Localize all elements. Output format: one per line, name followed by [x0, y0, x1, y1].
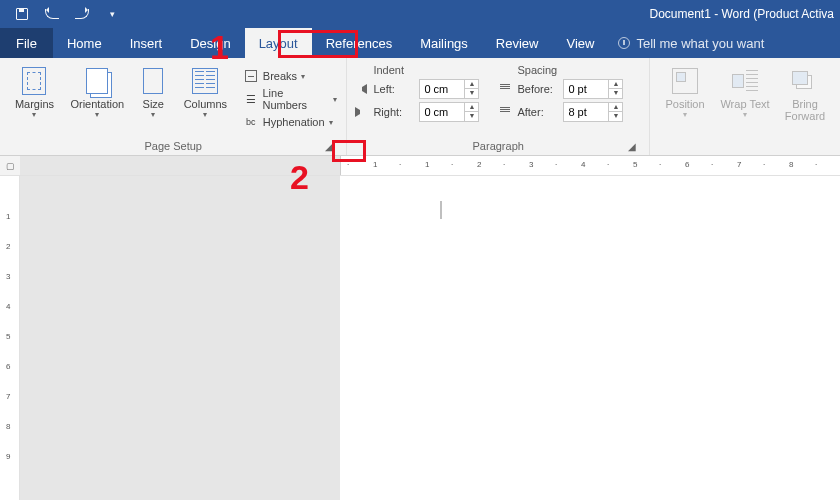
workspace: 123456789 [0, 176, 840, 500]
indent-right-input[interactable] [420, 106, 464, 118]
save-icon[interactable] [14, 6, 30, 22]
title-bar: ▾ Document1 - Word (Product Activa [0, 0, 840, 28]
orientation-button[interactable]: Orientation [65, 62, 130, 119]
margins-label: Margins [6, 98, 63, 110]
group-paragraph: Indent Left: ▲▼ Right: ▲▼ [347, 58, 650, 155]
line-numbers-button[interactable]: ☰ Line Numbers ▾ [240, 89, 341, 109]
spacing-header: Spacing [497, 64, 623, 76]
spacing-before-input[interactable] [564, 83, 608, 95]
spacing-before-icon [497, 81, 513, 97]
ruler-corner: ▢ [0, 156, 20, 175]
tab-home[interactable]: Home [53, 28, 116, 58]
spin-up-icon[interactable]: ▲ [608, 103, 622, 112]
spin-down-icon[interactable]: ▼ [464, 112, 478, 121]
wrap-text-label: Wrap Text [716, 98, 774, 110]
tab-review[interactable]: Review [482, 28, 553, 58]
group-page-setup: Margins Orientation Size Columns [0, 58, 347, 155]
margins-button[interactable]: Margins [6, 62, 63, 119]
indent-left-spinner[interactable]: ▲▼ [419, 79, 479, 99]
page-setup-dialog-launcher[interactable]: ◢ [322, 139, 336, 153]
indent-left-label: Left: [373, 83, 415, 95]
spin-down-icon[interactable]: ▼ [464, 89, 478, 98]
document-page[interactable] [340, 176, 840, 500]
wrap-text-icon [732, 68, 758, 94]
tab-mailings[interactable]: Mailings [406, 28, 482, 58]
line-numbers-label: Line Numbers [262, 87, 329, 111]
columns-icon [192, 68, 218, 94]
spacing-after-label: After: [517, 106, 559, 118]
indent-left-field: Left: ▲▼ [353, 79, 479, 99]
tab-view[interactable]: View [552, 28, 608, 58]
position-label: Position [656, 98, 714, 110]
size-icon [143, 68, 163, 94]
size-label: Size [132, 98, 175, 110]
indent-left-icon [353, 81, 369, 97]
breaks-label: Breaks [263, 70, 297, 82]
paragraph-title: Paragraph [473, 140, 524, 152]
spacing-after-icon [497, 104, 513, 120]
indent-right-field: Right: ▲▼ [353, 102, 479, 122]
tell-me-search[interactable]: Tell me what you want [608, 28, 764, 58]
lightbulb-icon [618, 37, 630, 49]
spin-up-icon[interactable]: ▲ [608, 80, 622, 89]
spacing-after-field: After: ▲▼ [497, 102, 623, 122]
indent-left-input[interactable] [420, 83, 464, 95]
position-icon [672, 68, 698, 94]
tab-references[interactable]: References [312, 28, 406, 58]
tell-me-label: Tell me what you want [636, 36, 764, 51]
spacing-after-spinner[interactable]: ▲▼ [563, 102, 623, 122]
tab-design[interactable]: Design [176, 28, 244, 58]
spacing-before-label: Before: [517, 83, 559, 95]
bring-forward-button: Bring Forward [776, 62, 834, 122]
ruler-inactive [20, 156, 340, 175]
spacing-before-field: Before: ▲▼ [497, 79, 623, 99]
indent-right-icon [353, 104, 369, 120]
spacing-after-input[interactable] [564, 106, 608, 118]
page-setup-title: Page Setup [144, 140, 202, 152]
margins-icon [22, 67, 46, 95]
position-button: Position [656, 62, 714, 119]
redo-icon[interactable] [74, 6, 90, 22]
ribbon: Margins Orientation Size Columns [0, 58, 840, 156]
window-title: Document1 - Word (Product Activa [120, 7, 840, 21]
spin-down-icon[interactable]: ▼ [608, 89, 622, 98]
indent-right-spinner[interactable]: ▲▼ [419, 102, 479, 122]
spin-down-icon[interactable]: ▼ [608, 112, 622, 121]
columns-label: Columns [177, 98, 234, 110]
spin-up-icon[interactable]: ▲ [464, 103, 478, 112]
spin-up-icon[interactable]: ▲ [464, 80, 478, 89]
indent-header: Indent [353, 64, 479, 76]
hyphenation-icon: bc [243, 114, 259, 130]
hyphenation-label: Hyphenation [263, 116, 325, 128]
bring-forward-icon [792, 71, 818, 91]
orientation-label: Orientation [65, 98, 130, 110]
bring-forward-label: Bring Forward [776, 98, 834, 122]
ruler-area: ▢ ·1·1·2·3·4·5·6·7·8·9 [0, 156, 840, 176]
undo-icon[interactable] [44, 6, 60, 22]
quick-access-toolbar: ▾ [0, 6, 120, 22]
wrap-text-button: Wrap Text [716, 62, 774, 119]
tab-insert[interactable]: Insert [116, 28, 177, 58]
tab-layout[interactable]: Layout [245, 28, 312, 58]
text-cursor [440, 201, 442, 219]
orientation-icon [86, 68, 108, 94]
ribbon-tabs: File Home Insert Design Layout Reference… [0, 28, 840, 58]
document-gray-area [20, 176, 340, 500]
qat-customize-icon[interactable]: ▾ [104, 6, 120, 22]
paragraph-dialog-launcher[interactable]: ◢ [625, 139, 639, 153]
hyphenation-button[interactable]: bc Hyphenation ▾ [240, 112, 341, 132]
horizontal-ruler[interactable]: ·1·1·2·3·4·5·6·7·8·9 [340, 156, 840, 175]
line-numbers-icon: ☰ [243, 91, 259, 107]
spacing-before-spinner[interactable]: ▲▼ [563, 79, 623, 99]
tab-file[interactable]: File [0, 28, 53, 58]
indent-right-label: Right: [373, 106, 415, 118]
breaks-icon [243, 68, 259, 84]
vertical-ruler[interactable]: 123456789 [0, 176, 20, 500]
size-button[interactable]: Size [132, 62, 175, 119]
group-arrange: Position Wrap Text Bring Forward [650, 58, 840, 155]
columns-button[interactable]: Columns [177, 62, 234, 119]
breaks-button[interactable]: Breaks ▾ [240, 66, 341, 86]
